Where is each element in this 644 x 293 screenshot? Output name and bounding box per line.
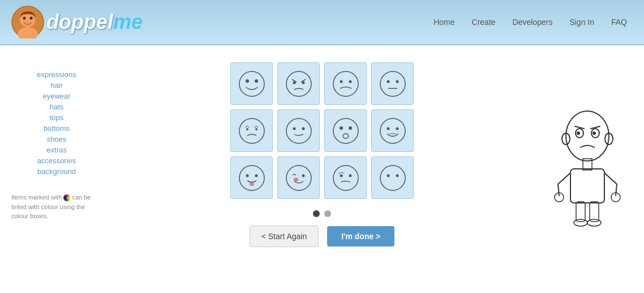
- sidebar-item-hair[interactable]: hair: [6, 81, 108, 90]
- sidebar-item-hats[interactable]: hats: [6, 103, 108, 111]
- button-row: < Start Again I'm done >: [250, 226, 395, 247]
- face-cell-tongue[interactable]: [230, 156, 273, 199]
- svg-point-11: [293, 81, 295, 84]
- svg-point-29: [343, 134, 349, 138]
- pagination-dot-1[interactable]: [313, 210, 320, 217]
- svg-point-13: [333, 71, 358, 96]
- svg-point-16: [380, 71, 405, 96]
- face-cell-sly[interactable]: [324, 156, 367, 199]
- sidebar-item-eyewear[interactable]: eyewear: [6, 92, 108, 100]
- svg-rect-57: [570, 169, 604, 203]
- face-cell-wink[interactable]: [277, 156, 320, 199]
- svg-point-24: [293, 127, 295, 130]
- svg-point-63: [587, 219, 601, 226]
- svg-rect-60: [576, 202, 585, 222]
- palette-icon: [63, 194, 70, 201]
- nav-developers[interactable]: Developers: [513, 18, 553, 27]
- face-cell-grin[interactable]: [371, 109, 414, 152]
- svg-point-15: [349, 80, 351, 83]
- svg-point-21: [246, 128, 248, 130]
- sidebar-item-tops[interactable]: tops: [6, 113, 108, 122]
- svg-point-8: [286, 71, 311, 96]
- svg-point-20: [239, 118, 264, 143]
- face-cell-surprised[interactable]: [324, 109, 367, 152]
- svg-point-30: [380, 118, 405, 143]
- sidebar-item-accessories[interactable]: accessories: [6, 156, 108, 165]
- svg-point-22: [255, 128, 257, 130]
- svg-point-41: [333, 165, 358, 190]
- svg-point-52: [577, 131, 580, 135]
- sidebar-item-expressions[interactable]: expressions: [6, 70, 108, 79]
- avatar-figure: [542, 102, 633, 227]
- nav-signin[interactable]: Sign In: [569, 18, 594, 27]
- logo-avatar-icon: [11, 6, 44, 39]
- sidebar-note: Items marked with can be tinted with col…: [6, 193, 108, 221]
- svg-rect-61: [590, 202, 599, 222]
- svg-point-28: [349, 126, 352, 130]
- svg-point-12: [302, 81, 304, 84]
- sidebar-item-background[interactable]: background: [6, 167, 108, 176]
- face-grid: [230, 62, 414, 199]
- svg-point-43: [349, 174, 351, 177]
- svg-point-46: [396, 174, 398, 177]
- svg-point-25: [302, 127, 304, 130]
- svg-point-31: [387, 127, 389, 130]
- face-cell-neutral[interactable]: [371, 62, 414, 105]
- main-nav: Home Create Developers Sign In FAQ: [433, 18, 627, 27]
- face-cell-smirk[interactable]: [277, 109, 320, 152]
- svg-point-23: [286, 118, 311, 143]
- svg-point-37: [250, 182, 254, 186]
- start-again-button[interactable]: < Start Again: [250, 226, 319, 247]
- logo-area: doppelme: [11, 6, 143, 39]
- header: doppelme Home Create Developers Sign In …: [0, 0, 644, 45]
- svg-point-14: [340, 80, 342, 83]
- svg-point-26: [333, 118, 358, 143]
- svg-point-32: [396, 127, 398, 130]
- svg-point-7: [255, 79, 258, 83]
- nav-create[interactable]: Create: [472, 18, 496, 27]
- face-cell-angry[interactable]: [277, 62, 320, 105]
- svg-point-62: [574, 219, 587, 226]
- svg-point-44: [380, 165, 405, 190]
- face-selection-content: < Start Again I'm done >: [113, 57, 531, 272]
- face-cell-worried[interactable]: [230, 109, 273, 152]
- pagination: [313, 210, 331, 217]
- main-content: expressions hair eyewear hats tops botto…: [0, 45, 644, 283]
- svg-point-53: [593, 131, 596, 135]
- logo-text-me: me: [113, 10, 143, 34]
- svg-point-38: [286, 165, 311, 190]
- nav-faq[interactable]: FAQ: [611, 18, 627, 27]
- face-cell-sad[interactable]: [324, 62, 367, 105]
- svg-point-6: [246, 79, 249, 83]
- svg-point-4: [30, 17, 33, 20]
- svg-point-45: [387, 174, 389, 177]
- sidebar-item-extras[interactable]: extras: [6, 146, 108, 154]
- done-button[interactable]: I'm done >: [327, 226, 394, 247]
- svg-point-36: [255, 174, 257, 177]
- svg-point-17: [387, 80, 389, 83]
- svg-point-34: [239, 165, 264, 190]
- svg-point-18: [396, 80, 398, 83]
- svg-point-42: [340, 174, 342, 177]
- nav-home[interactable]: Home: [433, 18, 454, 27]
- pagination-dot-2[interactable]: [324, 210, 331, 217]
- svg-point-40: [294, 178, 298, 181]
- sidebar-item-bottoms[interactable]: bottoms: [6, 124, 108, 133]
- avatar-preview: [531, 57, 644, 272]
- svg-point-39: [302, 174, 304, 177]
- svg-point-27: [340, 126, 343, 130]
- sidebar-item-shoes[interactable]: shoes: [6, 135, 108, 143]
- sidebar: expressions hair eyewear hats tops botto…: [0, 57, 113, 272]
- svg-point-5: [239, 71, 264, 96]
- svg-point-35: [246, 174, 248, 177]
- logo-text-doppel: doppel: [46, 10, 113, 34]
- face-cell-happy[interactable]: [230, 62, 273, 105]
- svg-point-47: [566, 111, 609, 161]
- face-cell-blank[interactable]: [371, 156, 414, 199]
- svg-point-3: [23, 17, 26, 20]
